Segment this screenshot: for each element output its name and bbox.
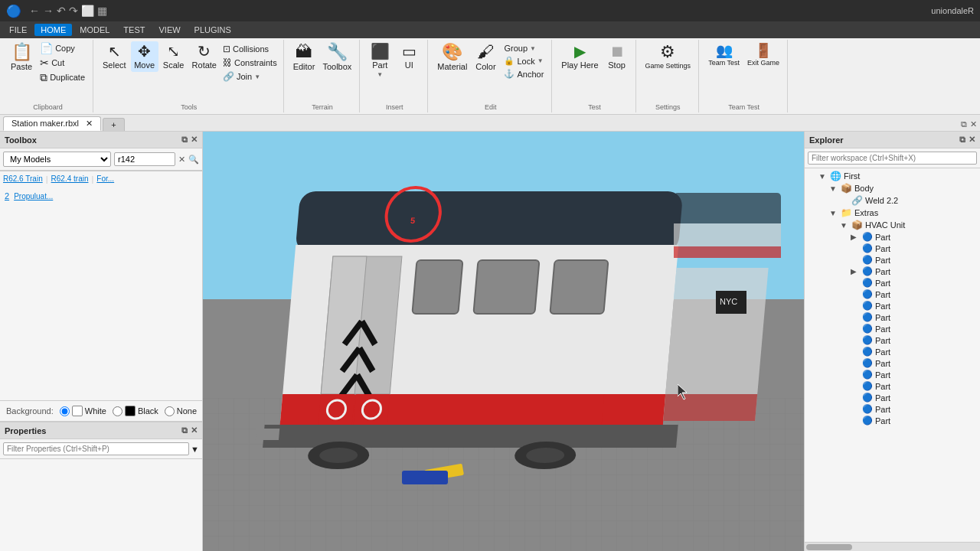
anchor-btn[interactable]: ⚓ Anchor xyxy=(502,68,545,80)
menu-view[interactable]: VIEW xyxy=(152,24,186,36)
cut-button[interactable]: ✂ Cut xyxy=(37,56,88,70)
paste-button[interactable]: 📋 Paste xyxy=(8,41,35,73)
explorer-filter xyxy=(805,148,980,168)
explorer-undock-btn[interactable]: ⧉ xyxy=(959,135,965,145)
ribbon-group-team: 👥 Team Test 🚪 Exit Game Team Test xyxy=(701,40,788,112)
toolbox-search-btn[interactable]: 🔍 xyxy=(188,155,199,165)
tree-item-part-5[interactable]: 🔵Part xyxy=(805,277,980,289)
play-here-button[interactable]: ▶ Play Here xyxy=(558,41,601,72)
menu-file[interactable]: FILE xyxy=(3,24,33,36)
lock-btn[interactable]: 🔒 Lock ▼ xyxy=(502,55,545,67)
bg-radio-white[interactable] xyxy=(60,406,70,416)
select-button[interactable]: ↖ Select xyxy=(100,41,129,72)
menu-plugins[interactable]: PLUGINS xyxy=(188,24,237,36)
explorer-hscroll-thumb[interactable] xyxy=(806,544,852,550)
toolbox-ribbon-button[interactable]: 🔧 Toolbox xyxy=(319,41,354,73)
viewport[interactable]: 5 xyxy=(203,132,804,551)
tree-item-part-9[interactable]: 🔵Part xyxy=(805,323,980,334)
tree-item-part-11[interactable]: 🔵Part xyxy=(805,346,980,357)
tree-icon-part-15: 🔵 xyxy=(862,393,873,403)
toolbox-close-btn[interactable]: ✕ xyxy=(191,135,198,145)
rotate-button[interactable]: ↻ Rotate xyxy=(189,41,220,72)
bg-option-none[interactable]: None xyxy=(165,406,197,416)
bg-radio-none[interactable] xyxy=(165,406,175,416)
history-btn[interactable]: ⬜ xyxy=(81,5,94,17)
toolbox-search-input[interactable] xyxy=(114,152,175,166)
tree-toggle-first[interactable]: ▼ xyxy=(818,172,828,181)
bg-option-white[interactable]: White xyxy=(60,406,106,416)
tree-toggle-extras[interactable]: ▼ xyxy=(829,209,838,217)
explorer-filter-input[interactable] xyxy=(808,152,977,165)
tree-item-part-17[interactable]: 🔵Part xyxy=(805,415,980,426)
tree-toggle-body[interactable]: ▼ xyxy=(829,184,838,193)
tree-item-part-8[interactable]: 🔵Part xyxy=(805,311,980,323)
menu-test[interactable]: TEST xyxy=(117,24,151,36)
tree-item-part-10[interactable]: 🔵Part xyxy=(805,334,980,346)
tree-item-part-15[interactable]: 🔵Part xyxy=(805,392,980,403)
game-settings-button[interactable]: ⚙ Game Settings xyxy=(642,41,694,72)
properties-filter-input[interactable] xyxy=(3,442,189,455)
model-item-1[interactable]: R62.4 train xyxy=(51,174,89,184)
forward-btn[interactable]: → xyxy=(43,5,54,17)
explorer-close-btn[interactable]: ✕ xyxy=(969,135,975,145)
grid-btn[interactable]: ▦ xyxy=(97,5,107,17)
tree-item-weld[interactable]: 🔗 Weld 2.2 xyxy=(805,194,980,207)
editor-button[interactable]: 🏔 Editor xyxy=(290,41,318,73)
tree-item-part-7[interactable]: 🔵Part xyxy=(805,300,980,311)
group-btn[interactable]: Group ▼ xyxy=(502,43,545,54)
exit-game-button[interactable]: 🚪 Exit Game xyxy=(744,41,782,69)
tree-item-part-2[interactable]: 🔵Part xyxy=(805,243,980,254)
tree-item-part-12[interactable]: 🔵Part xyxy=(805,357,980,369)
team-test-button[interactable]: 👥 Team Test xyxy=(705,41,743,69)
bg-option-black[interactable]: Black xyxy=(113,406,158,416)
tree-label-part-1: Part xyxy=(875,233,890,242)
tree-item-part-14[interactable]: 🔵Part xyxy=(805,380,980,392)
tree-item-part-3[interactable]: 🔵Part xyxy=(805,254,980,266)
collisions-btn[interactable]: ⊡ Collisions xyxy=(221,43,279,55)
color-button[interactable]: 🖌 Color xyxy=(472,41,499,73)
tree-item-part-6[interactable]: 🔵Part xyxy=(805,289,980,300)
tab-station[interactable]: Station maker.rbxl ✕ xyxy=(3,116,101,131)
tree-toggle-hvac[interactable]: ▼ xyxy=(840,221,849,230)
lock-arrow: ▼ xyxy=(537,57,544,64)
toolbox-clear-btn[interactable]: ✕ xyxy=(178,155,185,165)
menu-home[interactable]: HOME xyxy=(34,24,72,36)
toolbox-undock-btn[interactable]: ⧉ xyxy=(181,135,188,145)
ui-button[interactable]: ▭ UI xyxy=(395,41,423,72)
tab-new[interactable]: + xyxy=(103,118,124,131)
scale-button[interactable]: ⤡ Scale xyxy=(160,41,188,72)
tree-item-first[interactable]: ▼ 🌐 First xyxy=(805,170,980,182)
titlebar: 🔵 ← → ↶ ↷ ⬜ ▦ uniondaleR xyxy=(0,0,980,21)
tree-item-hvac[interactable]: ▼ 📦 HVAC Unit xyxy=(805,219,980,231)
clipboard-label: Clipboard xyxy=(33,102,63,111)
tree-item-part-1[interactable]: ▶🔵Part xyxy=(805,231,980,243)
constraints-btn[interactable]: ⛓ Constraints xyxy=(221,57,279,69)
explorer-hscroll[interactable] xyxy=(805,542,980,551)
move-button[interactable]: ✥ Move xyxy=(131,41,158,72)
model-item-2[interactable]: For... xyxy=(96,174,114,184)
redo-btn[interactable]: ↷ xyxy=(69,5,78,17)
join-btn[interactable]: 🔗 Join ▼ xyxy=(221,70,279,83)
undo-btn[interactable]: ↶ xyxy=(57,5,66,17)
tree-item-extras[interactable]: ▼ 📁 Extras xyxy=(805,207,980,219)
back-btn[interactable]: ← xyxy=(29,5,40,17)
tab-close-icon[interactable]: ✕ xyxy=(970,119,977,129)
properties-close-btn[interactable]: ✕ xyxy=(191,425,198,435)
tab-undock-icon[interactable]: ⧉ xyxy=(961,119,967,129)
model-item-0[interactable]: R62.6 Train xyxy=(3,174,43,184)
tree-item-part-4[interactable]: ▶🔵Part xyxy=(805,266,980,277)
toolbox-item-propuluat[interactable]: Propuluat... xyxy=(14,192,53,201)
tree-item-body[interactable]: ▼ 📦 Body xyxy=(805,182,980,194)
toolbox-item-num-2[interactable]: 2 xyxy=(5,191,9,201)
tree-item-part-16[interactable]: 🔵Part xyxy=(805,403,980,415)
part-button[interactable]: ⬛ Part ▼ xyxy=(366,41,394,80)
toolbox-category-dropdown[interactable]: My Models xyxy=(3,152,111,167)
bg-radio-black[interactable] xyxy=(113,406,122,416)
properties-undock-btn[interactable]: ⧉ xyxy=(181,425,188,435)
menu-model[interactable]: MODEL xyxy=(74,24,116,36)
tree-item-part-13[interactable]: 🔵Part xyxy=(805,369,980,380)
copy-button[interactable]: 📄 Copy xyxy=(37,41,88,55)
material-button[interactable]: 🎨 Material xyxy=(434,41,470,73)
duplicate-button[interactable]: ⧉ Duplicate xyxy=(37,70,88,84)
stop-button[interactable]: ⏹ Stop xyxy=(603,41,631,72)
